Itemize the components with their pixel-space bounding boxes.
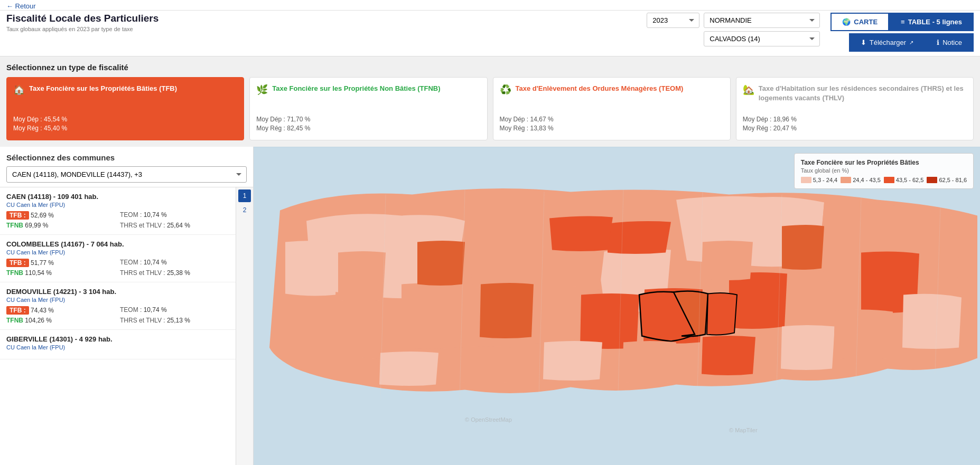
tfnb-label: Taxe Foncière sur les Propriétés Non Bât… — [272, 84, 440, 93]
svg-text:© OpenStreetMap: © OpenStreetMap — [465, 416, 512, 423]
map-svg[interactable]: © OpenStreetMap © MapTiler — [254, 147, 980, 465]
left-panel: Sélectionnez des communes CAEN (14118), … — [0, 147, 254, 465]
thrs-label: Taxe d'Habitation sur les résidences sec… — [759, 84, 967, 103]
legend-item-3: 43,5 - 62,5 — [884, 177, 924, 183]
demouville-thrs-stat: THRS et THLV : 25,13 % — [120, 317, 229, 324]
colombelles-tfb-stat: TFB : 51,77 % — [6, 259, 116, 267]
svg-text:© MapTiler: © MapTiler — [729, 427, 758, 433]
tax-card-tfb[interactable]: 🏠 Taxe Foncière sur les Propriétés Bâtie… — [6, 77, 244, 140]
legend-items: 5,3 - 24,4 24,4 - 43,5 43,5 - 62,5 62,5 … — [801, 177, 967, 183]
legend-subtitle: Taux global (en %) — [801, 167, 967, 174]
table-button[interactable]: ≡ TABLE - 5 lignes — [889, 13, 974, 31]
teom-moy-reg: Moy Rég : 13,83 % — [500, 125, 724, 132]
map-area[interactable]: Taxe Foncière sur les Propriétés Bâties … — [254, 147, 980, 465]
thrs-moy-dep: Moy Dép : 18,96 % — [743, 116, 967, 123]
dept-select[interactable]: CALVADOS (14) — [704, 31, 820, 46]
commune-name-caen: CAEN (14118) - 109 401 hab. — [6, 193, 229, 201]
demouville-tfb-stat: TFB : 74,43 % — [6, 306, 116, 315]
tax-card-thrs[interactable]: 🏡 Taxe d'Habitation sur les résidences s… — [736, 77, 974, 140]
legend-item-1: 5,3 - 24,4 — [801, 177, 837, 183]
teom-label: Taxe d'Enlèvement des Ordures Ménagères … — [516, 84, 684, 93]
tfb-label: Taxe Foncière sur les Propriétés Bâties … — [29, 84, 177, 93]
page-2[interactable]: 2 — [238, 204, 251, 216]
pagination: 1 2 — [236, 187, 253, 465]
notice-button[interactable]: ℹ Notice — [925, 33, 974, 52]
carte-button[interactable]: 🌍 CARTE — [830, 13, 889, 31]
caen-teom-stat: TEOM : 10,74 % — [120, 211, 229, 220]
commune-group-giberville: CU Caen la Mer (FPU) — [6, 344, 229, 350]
tfnb-moy-reg: Moy Rég : 82,45 % — [256, 125, 480, 132]
colombelles-teom-stat: TEOM : 10,74 % — [120, 259, 229, 267]
demouville-teom-stat: TEOM : 10,74 % — [120, 306, 229, 315]
thrs-icon: 🏡 — [743, 84, 754, 96]
tfb-icon: 🏠 — [13, 84, 25, 96]
legend-item-2: 24,4 - 43,5 — [841, 177, 881, 183]
communes-list-container: CAEN (14118) - 109 401 hab. CU Caen la M… — [0, 187, 253, 465]
page-subtitle: Taux globaux appliqués en 2023 par type … — [6, 26, 158, 32]
tax-cards: 🏠 Taxe Foncière sur les Propriétés Bâtie… — [6, 77, 974, 140]
legend-title: Taxe Foncière sur les Propriétés Bâties — [801, 159, 967, 166]
teom-moy-dep: Moy Dép : 14,67 % — [500, 116, 724, 123]
page-title: Fiscalité Locale des Particuliers — [6, 13, 158, 24]
communes-title: Sélectionnez des communes — [6, 153, 247, 162]
table-icon: ≡ — [901, 18, 905, 26]
teom-icon: ♻️ — [500, 84, 511, 96]
region-select[interactable]: NORMANDIE — [704, 13, 820, 28]
commune-list-scroll[interactable]: CAEN (14118) - 109 401 hab. CU Caen la M… — [0, 187, 236, 465]
map-icon: 🌍 — [842, 18, 851, 26]
commune-group-colombelles: CU Caen la Mer (FPU) — [6, 249, 229, 255]
main-content: Sélectionnez des communes CAEN (14118), … — [0, 147, 980, 465]
tfnb-moy-dep: Moy Dép : 71,70 % — [256, 116, 480, 123]
thrs-moy-reg: Moy Rég : 20,47 % — [743, 125, 967, 132]
communes-header: Sélectionnez des communes CAEN (14118), … — [0, 147, 253, 187]
back-link[interactable]: ← Retour — [6, 2, 36, 10]
demouville-tfnb-stat: TFNB 104,26 % — [6, 317, 116, 324]
map-legend: Taxe Foncière sur les Propriétés Bâties … — [794, 153, 974, 189]
tax-card-teom[interactable]: ♻️ Taxe d'Enlèvement des Ordures Ménagèr… — [493, 77, 731, 140]
commune-name-colombelles: COLOMBELLES (14167) - 7 064 hab. — [6, 240, 229, 248]
commune-item-colombelles[interactable]: COLOMBELLES (14167) - 7 064 hab. CU Caen… — [0, 235, 236, 282]
fiscalite-title: Sélectionnez un type de fiscalité — [6, 63, 974, 72]
caen-tfnb-stat: TFNB 69,99 % — [6, 222, 116, 229]
caen-tfb-stat: TFB : 52,69 % — [6, 211, 116, 220]
colombelles-thrs-stat: THRS et THLV : 25,38 % — [120, 269, 229, 277]
download-button[interactable]: ⬇ Télécharger ↗ — [849, 33, 925, 52]
fiscalite-section: Sélectionnez un type de fiscalité 🏠 Taxe… — [0, 56, 980, 147]
colombelles-tfnb-stat: TFNB 110,54 % — [6, 269, 116, 277]
commune-item-caen[interactable]: CAEN (14118) - 109 401 hab. CU Caen la M… — [0, 187, 236, 235]
download-icon: ⬇ — [861, 39, 866, 46]
legend-item-4: 62,5 - 81,6 — [927, 177, 967, 183]
page-1[interactable]: 1 — [238, 189, 251, 202]
tfnb-icon: 🌿 — [256, 84, 268, 96]
commune-group-demouville: CU Caen la Mer (FPU) — [6, 297, 229, 303]
commune-item-giberville[interactable]: GIBERVILLE (14301) - 4 929 hab. CU Caen … — [0, 330, 236, 359]
tfb-moy-dep: Moy Dép : 45,54 % — [13, 116, 237, 123]
info-icon: ℹ — [937, 39, 939, 46]
caen-thrs-stat: THRS et THLV : 25,64 % — [120, 222, 229, 229]
commune-name-giberville: GIBERVILLE (14301) - 4 929 hab. — [6, 335, 229, 343]
commune-group-caen: CU Caen la Mer (FPU) — [6, 202, 229, 208]
commune-name-demouville: DEMOUVILLE (14221) - 3 104 hab. — [6, 288, 229, 296]
tax-card-tfnb[interactable]: 🌿 Taxe Foncière sur les Propriétés Non B… — [249, 77, 487, 140]
tfb-moy-reg: Moy Rég : 45,40 % — [13, 125, 237, 132]
external-link-icon: ↗ — [909, 40, 913, 45]
communes-select[interactable]: CAEN (14118), MONDEVILLE (14437), +3 — [6, 166, 247, 183]
commune-item-demouville[interactable]: DEMOUVILLE (14221) - 3 104 hab. CU Caen … — [0, 282, 236, 330]
year-select[interactable]: 2023 — [647, 13, 699, 28]
